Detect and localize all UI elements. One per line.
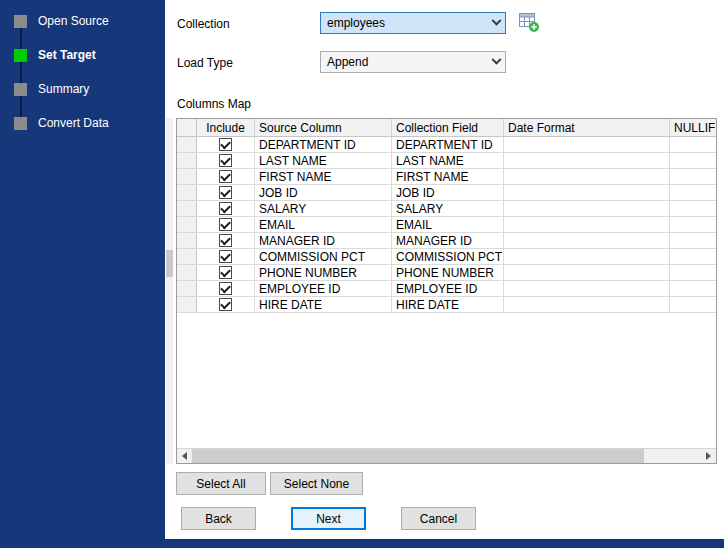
date-format-cell[interactable] [504, 249, 670, 264]
date-format-cell[interactable] [504, 281, 670, 296]
date-format-cell[interactable] [504, 185, 670, 200]
sidebar-step-open-source[interactable]: Open Source [14, 14, 109, 28]
row-selector[interactable] [177, 217, 197, 232]
nullif-cell[interactable] [670, 265, 716, 280]
vertical-scrollbar[interactable] [166, 118, 173, 464]
table-row[interactable]: JOB IDJOB ID [177, 185, 716, 201]
include-checkbox[interactable] [219, 138, 232, 151]
source-column-cell: PHONE NUMBER [255, 265, 392, 280]
nullif-cell[interactable] [670, 153, 716, 168]
select-none-button[interactable]: Select None [270, 472, 363, 495]
row-selector[interactable] [177, 153, 197, 168]
source-column-cell: FIRST NAME [255, 169, 392, 184]
include-checkbox[interactable] [219, 218, 232, 231]
include-cell [197, 169, 255, 184]
date-format-cell[interactable] [504, 201, 670, 216]
nullif-cell[interactable] [670, 169, 716, 184]
sidebar-step-summary[interactable]: Summary [14, 82, 89, 96]
nullif-cell[interactable] [670, 137, 716, 152]
row-selector[interactable] [177, 297, 197, 312]
row-selector[interactable] [177, 281, 197, 296]
select-all-button[interactable]: Select All [176, 472, 266, 495]
table-row[interactable]: EMPLOYEE IDEMPLOYEE ID [177, 281, 716, 297]
collection-field-cell[interactable]: EMPLOYEE ID [392, 281, 504, 296]
include-cell [197, 233, 255, 248]
cancel-button[interactable]: Cancel [401, 507, 476, 530]
include-checkbox[interactable] [219, 234, 232, 247]
date-format-cell[interactable] [504, 233, 670, 248]
table-body: DEPARTMENT IDDEPARTMENT IDLAST NAMELAST … [177, 137, 716, 313]
collection-field-cell[interactable]: SALARY [392, 201, 504, 216]
date-format-cell[interactable] [504, 137, 670, 152]
nullif-header[interactable]: NULLIF [670, 119, 716, 136]
include-checkbox[interactable] [219, 186, 232, 199]
nullif-cell[interactable] [670, 201, 716, 216]
nullif-cell[interactable] [670, 281, 716, 296]
collection-dropdown[interactable]: employees [320, 12, 506, 34]
nullif-cell[interactable] [670, 185, 716, 200]
nullif-cell[interactable] [670, 217, 716, 232]
include-checkbox[interactable] [219, 282, 232, 295]
collection-field-cell[interactable]: HIRE DATE [392, 297, 504, 312]
row-selector[interactable] [177, 169, 197, 184]
collection-field-cell[interactable]: FIRST NAME [392, 169, 504, 184]
row-selector[interactable] [177, 185, 197, 200]
new-collection-button[interactable] [516, 9, 542, 35]
table-row[interactable]: FIRST NAMEFIRST NAME [177, 169, 716, 185]
next-button[interactable]: Next [291, 507, 366, 530]
collection-field-cell[interactable]: LAST NAME [392, 153, 504, 168]
date-format-cell[interactable] [504, 169, 670, 184]
table-row[interactable]: SALARYSALARY [177, 201, 716, 217]
collection-field-cell[interactable]: JOB ID [392, 185, 504, 200]
collection-field-cell[interactable]: DEPARTMENT ID [392, 137, 504, 152]
row-selector[interactable] [177, 137, 197, 152]
back-button[interactable]: Back [181, 507, 256, 530]
table-row[interactable]: COMMISSION PCTCOMMISSION PCT [177, 249, 716, 265]
nullif-cell[interactable] [670, 233, 716, 248]
date-format-cell[interactable] [504, 265, 670, 280]
nullif-cell[interactable] [670, 297, 716, 312]
date-format-cell[interactable] [504, 153, 670, 168]
date-format-cell[interactable] [504, 217, 670, 232]
table-row[interactable]: PHONE NUMBERPHONE NUMBER [177, 265, 716, 281]
row-selector[interactable] [177, 233, 197, 248]
table-row[interactable]: HIRE DATEHIRE DATE [177, 297, 716, 313]
sidebar-step-convert-data[interactable]: Convert Data [14, 116, 109, 130]
collection-field-cell[interactable]: MANAGER ID [392, 233, 504, 248]
row-selector[interactable] [177, 201, 197, 216]
collection-field-cell[interactable]: PHONE NUMBER [392, 265, 504, 280]
nullif-cell[interactable] [670, 249, 716, 264]
table-row[interactable]: MANAGER IDMANAGER ID [177, 233, 716, 249]
collection-field-cell[interactable]: EMAIL [392, 217, 504, 232]
vertical-scrollbar-thumb[interactable] [166, 250, 173, 277]
include-column-header[interactable]: Include [197, 119, 255, 136]
row-selector[interactable] [177, 249, 197, 264]
scroll-left-arrow-icon[interactable] [177, 449, 192, 463]
include-checkbox[interactable] [219, 202, 232, 215]
source-column-header[interactable]: Source Column [255, 119, 392, 136]
horizontal-scrollbar-thumb[interactable] [192, 449, 644, 463]
include-checkbox[interactable] [219, 250, 232, 263]
sidebar-step-set-target[interactable]: Set Target [14, 48, 96, 62]
table-row[interactable]: EMAILEMAIL [177, 217, 716, 233]
step-label: Summary [38, 82, 89, 96]
table-row[interactable]: LAST NAMELAST NAME [177, 153, 716, 169]
source-column-cell: COMMISSION PCT [255, 249, 392, 264]
date-format-header[interactable]: Date Format [504, 119, 670, 136]
include-checkbox[interactable] [219, 298, 232, 311]
wizard-window: Open SourceSet TargetSummaryConvert Data… [0, 0, 724, 548]
include-checkbox[interactable] [219, 266, 232, 279]
row-selector[interactable] [177, 265, 197, 280]
source-column-cell: LAST NAME [255, 153, 392, 168]
scroll-right-arrow-icon[interactable] [701, 449, 716, 463]
include-checkbox[interactable] [219, 170, 232, 183]
table-header-row: Include Source Column Collection Field D… [177, 119, 716, 137]
collection-field-cell[interactable]: COMMISSION PCT [392, 249, 504, 264]
horizontal-scrollbar[interactable] [177, 448, 716, 463]
step-marker-icon [14, 117, 27, 130]
load-type-dropdown[interactable]: Append [320, 51, 506, 73]
collection-field-header[interactable]: Collection Field [392, 119, 504, 136]
include-checkbox[interactable] [219, 154, 232, 167]
date-format-cell[interactable] [504, 297, 670, 312]
table-row[interactable]: DEPARTMENT IDDEPARTMENT ID [177, 137, 716, 153]
